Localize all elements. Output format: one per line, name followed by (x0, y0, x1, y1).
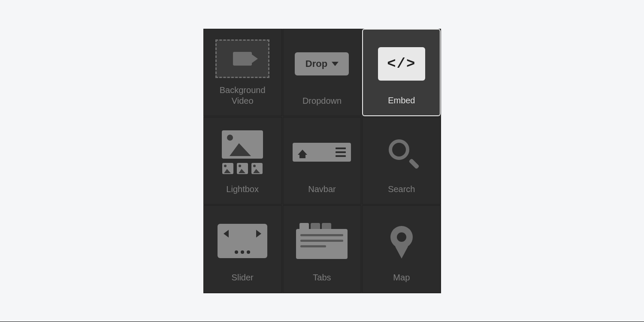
component-map[interactable]: Map (362, 205, 441, 293)
component-search[interactable]: Search (362, 117, 441, 205)
embed-icon: </> (366, 36, 436, 93)
slider-icon (207, 212, 278, 270)
chevron-down-icon (332, 62, 339, 66)
map-pin-icon (366, 212, 437, 270)
background-video-icon (207, 35, 278, 82)
dropdown-icon: Drop (287, 35, 357, 93)
component-label: Search (388, 184, 415, 195)
component-label: Map (393, 272, 410, 283)
component-label: Lightbox (226, 184, 259, 195)
chevron-left-icon (224, 230, 229, 238)
component-label: Slider (232, 272, 254, 283)
component-navbar[interactable]: Navbar (283, 117, 361, 205)
component-background-video[interactable]: Background Video (203, 29, 282, 116)
search-icon (366, 123, 437, 181)
hamburger-icon (336, 147, 346, 157)
lightbox-icon (207, 123, 278, 181)
components-panel: Background Video Drop Dropdown </> Embed… (203, 29, 441, 293)
component-label: Embed (388, 95, 415, 106)
component-slider[interactable]: Slider (203, 205, 282, 293)
component-label: Navbar (308, 184, 336, 195)
navbar-icon (287, 123, 357, 181)
tabs-icon (287, 212, 357, 270)
code-icon: </> (387, 56, 416, 72)
chevron-right-icon (256, 230, 261, 238)
component-label: Tabs (313, 272, 331, 283)
component-lightbox[interactable]: Lightbox (203, 117, 282, 205)
component-label: Background Video (220, 85, 266, 106)
home-icon (298, 150, 307, 155)
component-dropdown[interactable]: Drop Dropdown (283, 29, 361, 116)
component-tabs[interactable]: Tabs (283, 205, 361, 293)
component-label: Dropdown (302, 96, 342, 106)
dropdown-text: Drop (305, 58, 327, 69)
component-embed[interactable]: </> Embed (362, 29, 441, 116)
